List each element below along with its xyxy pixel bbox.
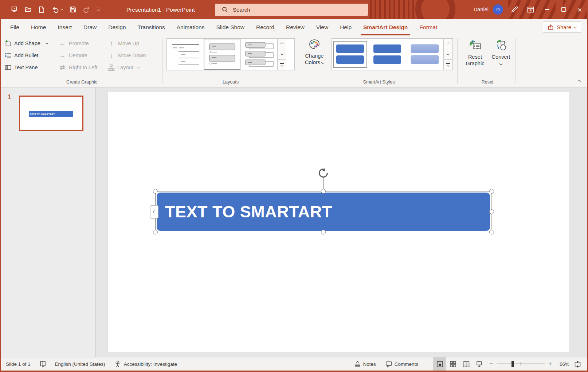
resize-handle-middle-right[interactable] [489, 209, 494, 214]
resize-handle-top-center[interactable] [321, 189, 326, 194]
group-smartart-styles: Change Colors [301, 35, 457, 87]
text-pane-launcher-button[interactable] [150, 205, 158, 218]
zoom-out-button[interactable]: − [489, 360, 493, 368]
add-shape-icon [4, 40, 12, 47]
layouts-scroll-up-button[interactable] [278, 39, 286, 49]
layout-option-3[interactable] [240, 39, 277, 70]
layout-button[interactable]: Layout [107, 63, 146, 72]
demote-button[interactable]: → Demote [58, 51, 107, 60]
resize-handle-bottom-right[interactable] [489, 230, 494, 235]
undo-button[interactable] [50, 4, 64, 15]
accessibility-button[interactable]: Accessibility: Investigate [114, 360, 177, 368]
style-option-3[interactable] [406, 39, 443, 70]
resize-handle-top-right[interactable] [489, 189, 494, 194]
promote-button[interactable]: ← Promote [58, 39, 107, 48]
group-create-graphic: Add Shape Add Bullet Text Pane ← [4, 35, 159, 87]
slideshow-view-button[interactable] [473, 357, 486, 371]
reading-view-button[interactable] [459, 357, 473, 371]
spell-check-button[interactable] [39, 360, 46, 368]
resize-handle-bottom-left[interactable] [153, 230, 158, 235]
tab-view[interactable]: View [310, 19, 334, 35]
zoom-in-button[interactable]: + [548, 360, 552, 368]
styles-scroll-down-button[interactable] [444, 49, 452, 60]
resize-handle-bottom-center[interactable] [321, 230, 326, 235]
ribbon-display-options-icon[interactable] [522, 0, 539, 19]
tab-smartart-design[interactable]: SmartArt Design [357, 19, 413, 35]
layouts-more-button[interactable] [278, 60, 286, 70]
tab-animations[interactable]: Animations [171, 19, 211, 35]
tab-slide-show[interactable]: Slide Show [210, 19, 250, 35]
style-option-2[interactable] [368, 39, 406, 70]
avatar[interactable]: D [493, 4, 503, 15]
resize-handle-top-left[interactable] [153, 189, 158, 194]
right-to-left-button[interactable]: ⇄ Right to Left [58, 63, 107, 72]
powerpoint-window: Presentation1 - PowerPoint Search Daniel… [0, 0, 588, 372]
comments-icon [385, 361, 392, 368]
rotation-handle[interactable] [318, 167, 329, 179]
demote-icon: → [58, 52, 66, 59]
zoom-slider-thumb[interactable] [511, 361, 514, 367]
collapse-ribbon-button[interactable] [578, 77, 580, 84]
normal-view-button[interactable] [433, 357, 446, 371]
language-button[interactable]: English (United States) [55, 361, 105, 367]
new-file-icon[interactable] [36, 4, 47, 15]
promote-icon: ← [58, 40, 66, 47]
layouts-scroll-down-button[interactable] [278, 49, 286, 60]
text-pane-button[interactable]: Text Pane [4, 63, 58, 72]
search-input[interactable]: Search [215, 4, 368, 16]
minimize-button[interactable] [539, 0, 555, 19]
convert-button[interactable]: Convert [489, 39, 513, 77]
search-icon [222, 7, 228, 13]
convert-icon [494, 39, 507, 51]
styles-more-button[interactable] [444, 60, 452, 70]
slide-thumbnail-1[interactable]: TEXT TO SMARTART [19, 96, 83, 131]
fit-to-window-icon [574, 361, 581, 368]
window-title: Presentation1 - PowerPoint [126, 0, 195, 19]
style-option-1-selected[interactable] [332, 39, 368, 70]
comments-button[interactable]: Comments [381, 357, 423, 371]
layouts-gallery [166, 38, 295, 70]
save-icon[interactable] [68, 4, 78, 15]
layout-option-1[interactable] [167, 39, 204, 70]
tab-design[interactable]: Design [102, 19, 132, 35]
user-name[interactable]: Daniel [474, 7, 489, 12]
styles-gallery-scroll [443, 39, 452, 70]
tab-insert[interactable]: Insert [52, 19, 78, 35]
tab-home[interactable]: Home [25, 19, 52, 35]
close-button[interactable]: × [572, 0, 588, 19]
add-bullet-button[interactable]: Add Bullet [4, 51, 58, 60]
move-up-button[interactable]: ↑ Move Up [107, 39, 146, 48]
tab-format[interactable]: Format [413, 19, 443, 35]
slideshow-icon[interactable] [9, 4, 20, 15]
spell-check-icon [39, 360, 46, 368]
layout-option-2-selected[interactable] [204, 39, 240, 70]
fit-slide-to-window-button[interactable] [569, 357, 587, 371]
zoom-level[interactable]: 66% [556, 361, 569, 367]
redo-button-disabled[interactable] [81, 4, 91, 15]
tab-draw[interactable]: Draw [78, 19, 102, 35]
move-down-button[interactable]: ↓ Move Down [107, 51, 146, 60]
tab-help[interactable]: Help [334, 19, 357, 35]
customize-qat-icon[interactable] [95, 4, 102, 15]
share-button[interactable]: Share [543, 22, 581, 33]
inking-pen-icon[interactable] [506, 0, 522, 19]
maximize-button[interactable] [555, 0, 572, 19]
zoom-slider[interactable] [497, 361, 545, 367]
tab-transitions[interactable]: Transitions [132, 19, 171, 35]
open-file-icon[interactable] [23, 4, 33, 15]
reset-graphic-button[interactable]: Reset Graphic [462, 39, 488, 77]
tab-record[interactable]: Record [250, 19, 280, 35]
slide-surface[interactable]: TEXT TO SMARTART [107, 92, 569, 352]
smartart-shape[interactable]: TEXT TO SMARTART [157, 193, 490, 231]
tab-file[interactable]: File [4, 19, 25, 35]
slide-sorter-view-button[interactable] [446, 357, 459, 371]
tab-review[interactable]: Review [280, 19, 310, 35]
org-chart-layout-icon [107, 64, 115, 71]
layout-dropdown-chevron [137, 65, 140, 68]
reset-graphic-icon [469, 39, 482, 51]
add-shape-button[interactable]: Add Shape [4, 39, 58, 48]
change-colors-button[interactable]: Change Colors [301, 38, 328, 77]
styles-scroll-up-button[interactable] [444, 39, 452, 49]
ribbon-tabs: File Home Insert Draw Design Transitions… [1, 19, 587, 35]
notes-button[interactable]: Notes [349, 357, 381, 371]
